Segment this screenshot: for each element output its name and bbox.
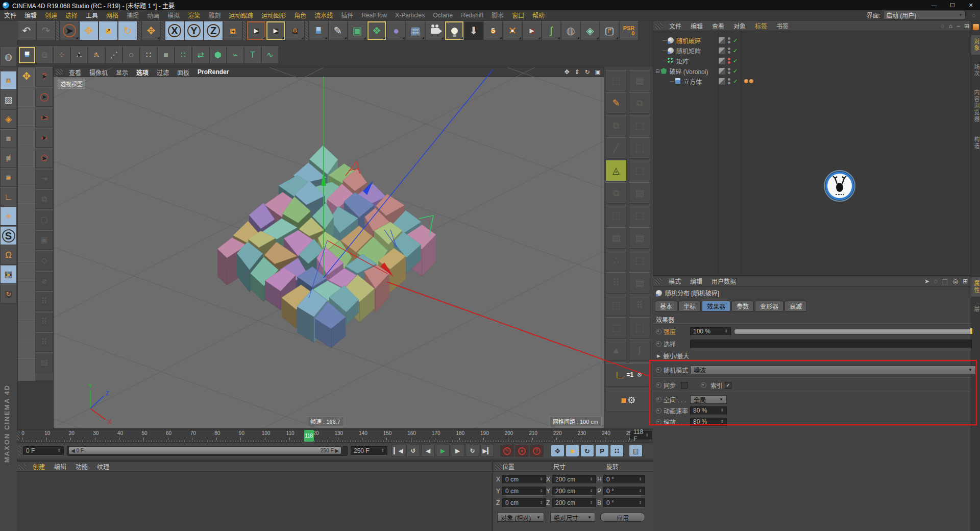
menu-item-编辑[interactable]: 编辑 [20, 11, 41, 19]
cursor-icon[interactable]: ➤ [924, 278, 929, 285]
object-label[interactable]: 破碎 (Voronoi) [669, 67, 708, 76]
attr-menu-模式[interactable]: 模式 [664, 277, 685, 285]
om-menu-对象[interactable]: 对象 [729, 21, 750, 30]
coord-system-button[interactable]: ■↳ [223, 21, 242, 40]
spline-wrap-button[interactable]: ∿ [261, 46, 279, 64]
stepper-icon[interactable]: ⇕ [645, 434, 649, 437]
coord-mode-dropdown[interactable]: 对象 (相对)▼ [497, 513, 544, 522]
expander-icon[interactable]: ⊟ [655, 68, 659, 74]
visibility-dot-icon[interactable] [728, 61, 730, 64]
gravity-button[interactable]: ⬇ [464, 21, 483, 40]
menu-item-插件[interactable]: 插件 [337, 11, 357, 19]
autokey-button[interactable]: ● [515, 445, 529, 457]
record-keyframe-button[interactable]: ✎ [500, 445, 514, 457]
tag-dot-icon[interactable] [744, 79, 748, 83]
value-field[interactable]: 80 %⇕ [690, 418, 727, 426]
search-icon[interactable]: ◌ [941, 22, 945, 30]
stepper-icon[interactable]: ⇕ [590, 478, 593, 481]
side-tab-层[interactable]: 层 [971, 303, 980, 316]
selection-field[interactable] [690, 340, 972, 348]
swap-cubes-button[interactable]: ⇄ [192, 46, 209, 64]
modeling-tool-button[interactable]: ⠿ [605, 272, 627, 294]
grid-dots-button[interactable]: ∷ [140, 46, 157, 64]
minmax-group[interactable]: ▶最小/最大 [657, 351, 689, 360]
modeling-tool-button[interactable]: ⬚ [629, 115, 650, 136]
visibility-dots[interactable] [728, 47, 730, 54]
weight-cube-button[interactable]: ■∴ [157, 46, 175, 64]
modeling-tool-button[interactable]: ▲ [605, 340, 627, 361]
goto-end-button[interactable]: ▶▎ [480, 445, 494, 457]
anim-dot-icon[interactable] [656, 397, 662, 402]
stepper-icon[interactable]: ⇕ [639, 490, 642, 493]
menu-item-动画[interactable]: 动画 [143, 11, 163, 19]
axis-mode-button[interactable]: ∟ [0, 187, 17, 206]
model-mode-button[interactable]: ■▲ [0, 71, 17, 90]
range-end-field[interactable]: 250 F⇕ [351, 446, 387, 455]
modeling-tool-button[interactable]: ⬚ [605, 317, 627, 339]
layer-toggle-icon[interactable] [719, 58, 725, 64]
menu-item-工具[interactable]: 工具 [82, 11, 102, 19]
modeling-tool-button[interactable]: ▤ [629, 272, 650, 294]
key-parameter-toggle[interactable]: P [595, 445, 609, 457]
lock-y-button[interactable]: Y [184, 21, 204, 40]
coord-field[interactable]: 0 cm⇕ [502, 487, 546, 496]
live-selection-button[interactable]: ➤ [60, 21, 79, 40]
modeling-tool-button[interactable]: ⧉ [605, 115, 627, 136]
help-tool-button[interactable]: ?➤ [35, 67, 53, 86]
modeling-tool-button[interactable]: ▤ [35, 353, 53, 372]
mat-menu-功能[interactable]: 功能 [71, 462, 92, 471]
modeling-tool-button[interactable]: ⠿ [629, 295, 650, 316]
modeling-tool-button[interactable]: ∫ [629, 340, 650, 361]
menu-item-RealFlow[interactable]: RealFlow [357, 12, 391, 19]
workplane-lock-button[interactable]: ▦● [0, 265, 17, 284]
wrap-cube-button[interactable]: ⬢ [209, 46, 227, 64]
modeling-tool-button[interactable]: ⬚ [605, 70, 627, 91]
deformer-button[interactable]: ● [386, 21, 406, 40]
modeling-disabled-button[interactable]: ⧉ [36, 46, 53, 64]
menu-item-运动图形[interactable]: 运动图形 [257, 11, 290, 19]
search-icon[interactable]: ◌ [972, 12, 976, 19]
modeling-tool-button[interactable]: ⠿ [35, 312, 53, 331]
side-tab-属性[interactable]: 属性 [971, 277, 980, 297]
mat-menu-创建[interactable]: 创建 [28, 462, 50, 471]
workplane-button[interactable]: ◈ [0, 110, 17, 129]
key-pla-toggle[interactable]: ∷ [610, 445, 624, 457]
layer-toggle-icon[interactable] [719, 37, 725, 44]
panel-menu-icon[interactable] [973, 24, 979, 30]
light-button[interactable] [445, 21, 464, 40]
modeling-tool-button[interactable]: ⠿ [35, 332, 53, 352]
interface-dropdown[interactable]: 启动 (用户)▼ [883, 11, 966, 19]
modeling-tool-button[interactable]: ▦ [629, 70, 650, 91]
modeling-tool-button[interactable]: ⧉ [629, 92, 650, 114]
stepper-icon[interactable]: ⇕ [540, 478, 543, 481]
sound-button[interactable]: ●S [483, 21, 503, 40]
menu-item-模拟[interactable]: 模拟 [163, 11, 184, 19]
visibility-dot-icon[interactable] [728, 58, 730, 60]
visibility-dots[interactable] [728, 37, 730, 43]
anim-dot-icon[interactable] [701, 382, 706, 388]
modeling-tool-button[interactable]: ⇥ [35, 169, 53, 188]
path-dots-button[interactable]: ⋰ [105, 46, 122, 64]
floor-button[interactable]: ▦ [406, 21, 425, 40]
stepper-icon[interactable]: ⇕ [590, 490, 593, 493]
anim-dot-icon[interactable] [656, 341, 662, 347]
dropdown[interactable]: 全局▼ [690, 395, 727, 404]
attr-menu-编辑[interactable]: 编辑 [685, 277, 707, 285]
modeling-tool-button[interactable]: ✎ [605, 92, 627, 114]
diamond-ring-button[interactable]: ◈ [580, 21, 600, 40]
redo-button[interactable]: ↷ [36, 21, 56, 40]
apply-button[interactable]: 应用 [600, 513, 645, 522]
visibility-dots[interactable] [728, 68, 730, 74]
modeling-tool-button[interactable]: ⠿ [35, 292, 53, 311]
current-frame-marker[interactable]: 118 [304, 430, 314, 442]
modeling-tool-button[interactable]: ⬚ [629, 137, 650, 159]
snap-button[interactable]: S [0, 226, 17, 245]
lock-z-button[interactable]: Z [204, 21, 223, 40]
maximize-button[interactable]: ☐ [943, 0, 962, 10]
frame-field[interactable]: 118 F⇕ [630, 431, 652, 440]
goto-start-button[interactable]: ▎◀ [391, 445, 405, 457]
subdivision-surface-button[interactable]: ▣ [348, 21, 367, 40]
modeling-tool-button[interactable]: ⬚ [605, 295, 627, 316]
modeling-tool-button[interactable]: ▤ [629, 227, 650, 249]
stepper-icon[interactable]: ⇕ [720, 409, 724, 412]
